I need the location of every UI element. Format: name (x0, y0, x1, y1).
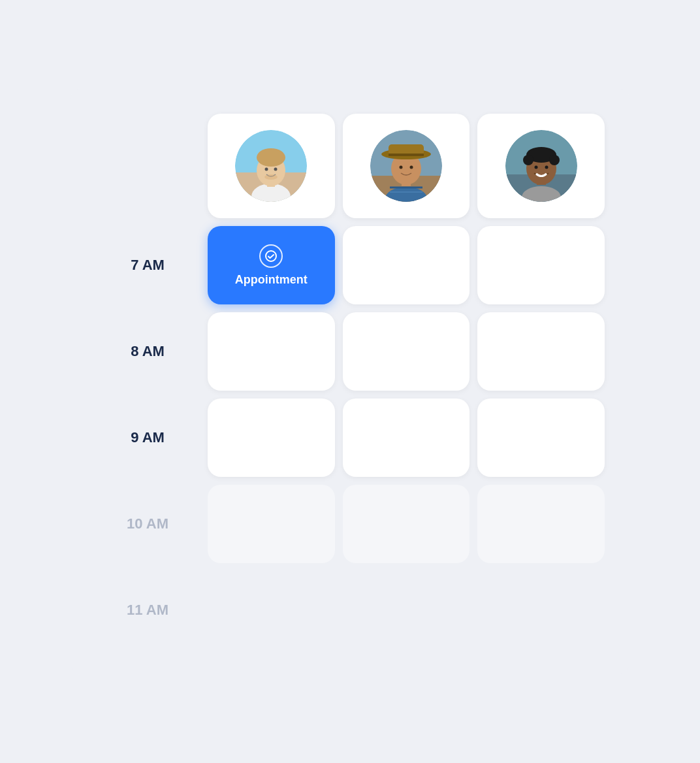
slot-7am-2[interactable] (343, 226, 470, 304)
slot-9am-3[interactable] (477, 398, 605, 477)
slot-9am-2[interactable] (343, 398, 470, 477)
svg-point-6 (257, 148, 285, 167)
svg-point-8 (274, 168, 278, 171)
time-11am: 11 AM (95, 571, 200, 649)
appointment-slot-7am-1[interactable]: Appointment (208, 226, 335, 304)
slot-8am-2[interactable] (343, 312, 470, 391)
svg-rect-20 (389, 154, 424, 156)
slot-8am-3[interactable] (477, 312, 605, 391)
slot-8am-1[interactable] (208, 312, 335, 391)
appointment-label: Appointment (235, 273, 308, 287)
time-label-9am: 9 AM (131, 429, 165, 446)
slot-11am-2 (343, 571, 470, 649)
svg-point-31 (549, 155, 560, 165)
avatar-2 (370, 130, 442, 202)
time-9am: 9 AM (95, 398, 200, 477)
time-7am: 7 AM (95, 226, 200, 304)
time-label-10am: 10 AM (127, 515, 168, 532)
time-label-11am: 11 AM (127, 602, 168, 619)
person-3-avatar-cell (477, 114, 605, 218)
header-empty-cell (95, 114, 200, 218)
slot-7am-3[interactable] (477, 226, 605, 304)
time-8am: 8 AM (95, 312, 200, 391)
svg-point-22 (409, 166, 413, 169)
time-10am: 10 AM (95, 485, 200, 563)
time-label-8am: 8 AM (131, 343, 165, 360)
svg-point-9 (264, 174, 278, 180)
slot-10am-3[interactable] (477, 485, 605, 563)
svg-point-34 (266, 251, 276, 261)
svg-point-7 (265, 168, 268, 171)
slot-9am-1[interactable] (208, 398, 335, 477)
appointment-check-icon (259, 244, 283, 268)
svg-point-21 (399, 166, 402, 169)
slot-10am-1[interactable] (208, 485, 335, 563)
calendar-container: 7 AM Appointment 8 AM 9 AM (69, 88, 631, 675)
svg-point-30 (523, 155, 533, 165)
avatar-1 (235, 130, 307, 202)
person-2-avatar-cell (343, 114, 470, 218)
svg-point-32 (534, 166, 537, 169)
calendar-grid: 7 AM Appointment 8 AM 9 AM (95, 114, 605, 649)
slot-11am-1 (208, 571, 335, 649)
time-label-7am: 7 AM (131, 257, 165, 274)
slot-11am-3 (477, 571, 605, 649)
slot-10am-2[interactable] (343, 485, 470, 563)
svg-point-33 (545, 166, 548, 169)
avatar-3 (505, 130, 577, 202)
person-1-avatar-cell (208, 114, 335, 218)
